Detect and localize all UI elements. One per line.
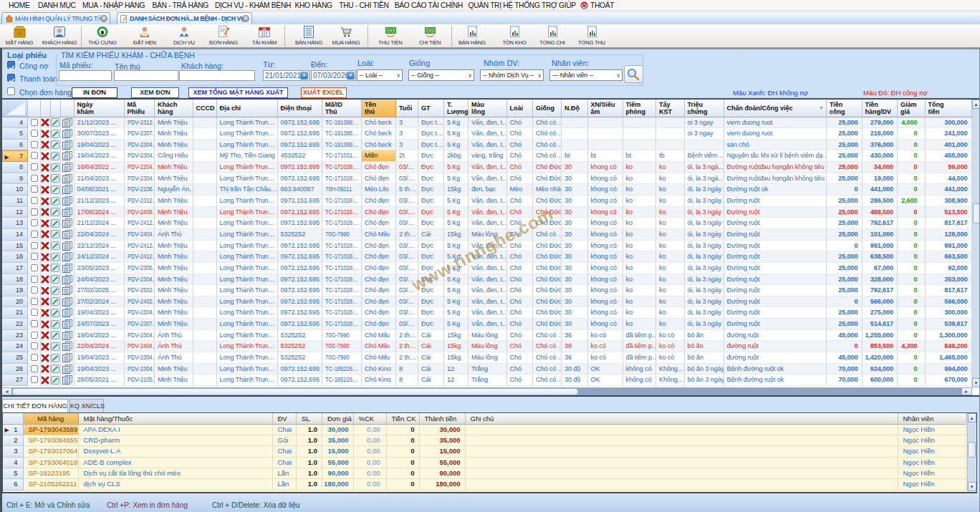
svg-text:JAN: JAN	[262, 28, 267, 31]
